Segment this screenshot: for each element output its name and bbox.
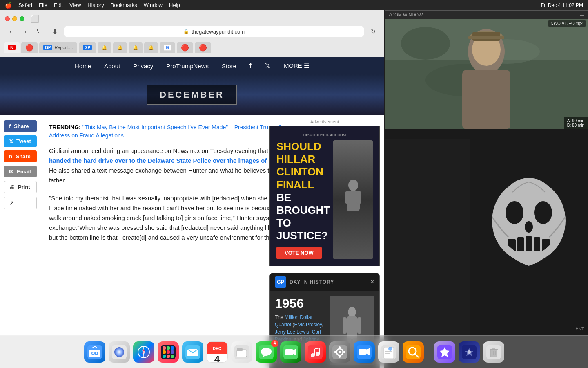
svg-rect-84 bbox=[385, 351, 392, 352]
tab-bell3[interactable]: 🔔 bbox=[129, 42, 143, 53]
zoom-minimize-button[interactable]: — bbox=[580, 12, 584, 17]
safari-icon bbox=[136, 345, 151, 359]
nav-facebook-icon[interactable]: f bbox=[249, 62, 252, 70]
tab-n[interactable]: N bbox=[4, 42, 20, 53]
share-print-button[interactable]: 🖨 Print bbox=[4, 181, 37, 193]
share-generic-button[interactable]: ↗ bbox=[4, 197, 37, 209]
ad-image bbox=[333, 140, 373, 259]
share-facebook-button[interactable]: f Share bbox=[4, 120, 37, 132]
menu-window[interactable]: Window bbox=[144, 2, 163, 8]
svg-rect-46 bbox=[167, 346, 170, 350]
nav-store[interactable]: Store bbox=[222, 63, 236, 70]
dock-item-safari[interactable] bbox=[133, 341, 154, 363]
dock-item-launchpad[interactable] bbox=[158, 341, 179, 363]
maximize-button[interactable] bbox=[20, 16, 24, 21]
tab-bell2[interactable]: 🔔 bbox=[113, 42, 127, 53]
vote-now-button[interactable]: VOTE NOW bbox=[276, 247, 322, 259]
proxyman-icon bbox=[406, 345, 421, 359]
dock-item-reeder[interactable] bbox=[434, 341, 455, 363]
downloads-icon[interactable]: ⬇ bbox=[49, 26, 60, 37]
share-reddit-button[interactable]: r/ Share bbox=[4, 150, 37, 162]
print-icon: 🖨 bbox=[9, 184, 15, 190]
reeder-icon bbox=[437, 345, 452, 359]
dock-item-zoom[interactable] bbox=[354, 341, 375, 363]
forward-button[interactable]: › bbox=[20, 26, 31, 37]
dock-item-siri[interactable] bbox=[109, 341, 130, 363]
svg-rect-2 bbox=[345, 191, 350, 204]
twitter-icon: 𝕏 bbox=[9, 138, 13, 144]
apple-menu[interactable]: 🍎 bbox=[5, 2, 12, 9]
tab-icon-bell4: 🔔 bbox=[148, 45, 154, 50]
nav-twitter-icon[interactable]: 𝕏 bbox=[265, 61, 271, 70]
nav-protrump[interactable]: ProTrumpNews bbox=[166, 63, 209, 70]
dock-item-files[interactable] bbox=[231, 341, 252, 363]
siri-icon bbox=[112, 345, 127, 359]
address-bar[interactable]: 🔒 thegatewaypundit.com bbox=[64, 26, 364, 37]
svg-point-94 bbox=[468, 350, 471, 354]
dock-item-finder[interactable] bbox=[84, 341, 105, 363]
menu-help[interactable]: Help bbox=[169, 2, 180, 8]
nav-about[interactable]: About bbox=[104, 63, 120, 70]
svg-rect-52 bbox=[167, 355, 170, 358]
lock-icon: 🔒 bbox=[183, 29, 189, 34]
menu-bookmarks[interactable]: Bookmarks bbox=[111, 2, 137, 8]
svg-rect-47 bbox=[171, 346, 174, 350]
tab-yt2[interactable]: 🔴 bbox=[177, 42, 193, 53]
nav-more[interactable]: MORE ☰ bbox=[284, 62, 309, 70]
dock-item-trash[interactable] bbox=[483, 341, 504, 363]
back-button[interactable]: ‹ bbox=[5, 26, 16, 37]
history-link-jerry[interactable]: Jerry Lee Lewis bbox=[275, 329, 309, 335]
dock-item-preview[interactable] bbox=[378, 341, 399, 363]
close-button[interactable] bbox=[5, 16, 10, 21]
sidebar-toggle[interactable]: ⬜ bbox=[30, 14, 39, 23]
dock-item-calendar[interactable]: DEC 4 bbox=[207, 341, 228, 363]
nav-privacy[interactable]: Privacy bbox=[133, 63, 153, 70]
menu-time: Fri Dec 4 11:02 PM bbox=[541, 2, 583, 8]
svg-point-60 bbox=[261, 348, 272, 356]
tab-icon-gp2: GP bbox=[83, 45, 92, 50]
menu-view[interactable]: View bbox=[69, 2, 81, 8]
shield-icon[interactable]: 🛡 bbox=[34, 26, 46, 37]
history-header: GP DAY IN HISTORY × bbox=[270, 273, 379, 291]
svg-point-25 bbox=[525, 221, 533, 233]
tab-yt1[interactable]: 🔴 bbox=[21, 42, 38, 53]
tab-icon-n: N bbox=[8, 45, 16, 50]
tab-bell4[interactable]: 🔔 bbox=[144, 42, 158, 53]
history-link-elvis[interactable]: Elvis Presley bbox=[294, 322, 322, 328]
trending-link[interactable]: "This May Be the Most Important Speech I… bbox=[49, 124, 292, 139]
menu-history[interactable]: History bbox=[87, 2, 104, 8]
zoom-controls: A: 90 min B: 80 min bbox=[564, 117, 588, 129]
refresh-button[interactable]: ↻ bbox=[368, 26, 379, 37]
dock-item-system-prefs[interactable] bbox=[329, 341, 350, 363]
minimize-button[interactable] bbox=[12, 16, 17, 21]
tab-label-report: Report:... bbox=[54, 45, 73, 50]
svg-rect-75 bbox=[339, 355, 341, 358]
tab-bell1[interactable]: 🔔 bbox=[98, 42, 111, 53]
dock-item-music[interactable] bbox=[305, 341, 326, 363]
svg-rect-98 bbox=[492, 348, 495, 349]
dock-item-facetime[interactable] bbox=[280, 341, 301, 363]
tab-icon-yt3: 🔴 bbox=[199, 44, 207, 52]
share-twitter-button[interactable]: 𝕏 Tweet bbox=[4, 135, 37, 147]
menubar-right: Fri Dec 4 11:02 PM bbox=[541, 2, 583, 8]
article-text-bold[interactable]: handed the hard drive over to the Delawa… bbox=[49, 157, 289, 164]
share-email-button[interactable]: ✉ Email bbox=[4, 166, 37, 177]
dock-item-mail[interactable] bbox=[182, 341, 203, 363]
tab-gp2[interactable]: GP bbox=[79, 42, 96, 53]
menu-file[interactable]: File bbox=[39, 2, 47, 8]
site-banner: DECEMBER bbox=[0, 74, 384, 115]
dock-item-messages[interactable]: 4 bbox=[256, 341, 277, 363]
dock-item-proxyman[interactable] bbox=[403, 341, 424, 363]
nav-home[interactable]: Home bbox=[75, 63, 91, 70]
tab-google[interactable]: G bbox=[160, 42, 175, 53]
dock-item-notchmeister[interactable] bbox=[459, 341, 480, 363]
share-reddit-label: Share bbox=[16, 153, 31, 159]
history-year: 1956 bbox=[275, 296, 325, 311]
tab-icon-google: G bbox=[164, 45, 171, 51]
menu-edit[interactable]: Edit bbox=[54, 2, 63, 8]
tab-gp-report[interactable]: GP Report:... bbox=[39, 42, 77, 53]
tab-yt3[interactable]: 🔴 bbox=[195, 42, 211, 53]
zoom-video: A: 90 min B: 80 min NWO.VIDEO.mp4 bbox=[385, 19, 588, 129]
menu-safari[interactable]: Safari bbox=[18, 2, 32, 8]
history-close-button[interactable]: × bbox=[370, 278, 374, 286]
